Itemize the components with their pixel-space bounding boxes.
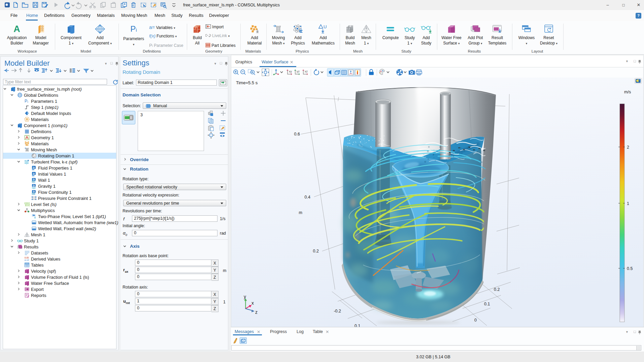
svg-text:m: m	[299, 210, 302, 215]
svg-text:xy: xy	[289, 70, 292, 73]
svg-text:2: 2	[627, 145, 629, 150]
svg-text:m/s: m/s	[624, 90, 631, 94]
svg-text:1: 1	[627, 201, 629, 206]
svg-text:x: x	[251, 300, 254, 306]
svg-text:Time=5.5 s: Time=5.5 s	[236, 80, 258, 85]
svg-text:0.1: 0.1	[484, 302, 490, 306]
svg-text:0.5: 0.5	[627, 266, 633, 271]
svg-text:z: z	[255, 309, 258, 315]
svg-text:-0.2: -0.2	[334, 309, 341, 313]
svg-text:0.6: 0.6	[294, 132, 300, 137]
svg-text:0.2: 0.2	[313, 249, 319, 253]
svg-text:xz: xz	[305, 70, 308, 73]
svg-text:U: U	[324, 24, 327, 29]
svg-text:yz: yz	[297, 70, 300, 73]
svg-text:0: 0	[474, 318, 477, 323]
svg-text:0.2: 0.2	[494, 287, 500, 292]
svg-text:0.4: 0.4	[305, 195, 310, 200]
svg-text:y: y	[244, 294, 246, 299]
